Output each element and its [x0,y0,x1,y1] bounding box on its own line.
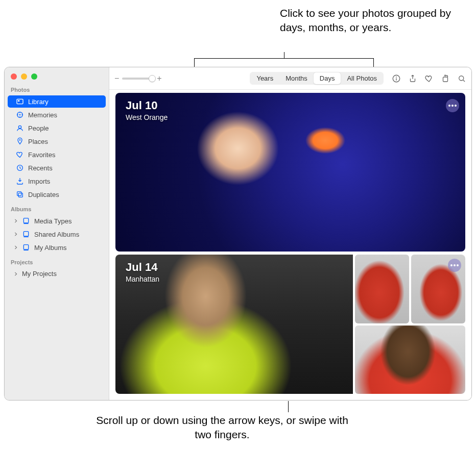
album-icon [22,230,30,238]
sidebar-item-people[interactable]: People [8,122,106,134]
sidebar-item-favorites[interactable]: Favorites [8,148,106,161]
more-button[interactable] [448,259,461,272]
sidebar-item-duplicates[interactable]: Duplicates [8,188,106,201]
photo-grid[interactable]: Jul 10 West Orange [109,90,471,400]
svg-rect-7 [17,192,21,196]
fullscreen-button[interactable] [31,73,37,80]
rotate-icon[interactable] [441,74,450,83]
svg-point-15 [459,76,464,80]
people-icon [16,124,24,132]
album-icon [22,243,30,252]
toolbar: − + Years Months Days All Photos [109,67,471,90]
callout-top: Click to see your photos grouped by days… [280,6,476,35]
sidebar-item-label: My Albums [34,244,101,252]
share-icon[interactable] [408,74,417,83]
sidebar-item-label: Media Types [34,217,101,225]
import-icon [16,177,24,185]
chevron-right-icon [14,245,18,249]
svg-point-13 [396,77,397,78]
library-icon [16,97,24,106]
window-controls [5,67,109,82]
sidebar-item-library[interactable]: Library [8,95,106,108]
zoom-out-icon[interactable]: − [114,74,119,83]
sidebar: Photos Library Memories People Places Fa… [5,67,109,400]
chevron-right-icon [14,272,18,276]
callout-connector [284,52,284,58]
segment-all-photos[interactable]: All Photos [341,72,383,84]
clock-icon [16,164,24,172]
day-label: Jul 14 Manhattan [126,261,159,283]
photo-thumbnail[interactable] [411,255,465,323]
section-title-photos: Photos [5,82,109,95]
album-icon [22,217,30,225]
sidebar-item-label: Favorites [28,151,101,159]
zoom-control[interactable]: − + [114,74,162,83]
minimize-button[interactable] [21,73,27,80]
zoom-in-icon[interactable]: + [157,74,161,83]
photo-thumbnail[interactable] [355,325,465,394]
sidebar-item-label: Imports [28,178,101,185]
sidebar-item-label: Recents [28,164,101,172]
sidebar-item-imports[interactable]: Imports [8,175,106,187]
more-button[interactable] [446,99,459,112]
svg-point-5 [19,139,21,141]
sidebar-item-label: Memories [28,111,101,119]
photo-thumbnail[interactable] [355,255,409,323]
photo-thumbnail[interactable] [115,93,465,252]
svg-point-3 [19,114,21,116]
sidebar-item-media-types[interactable]: Media Types [8,215,106,227]
view-segmented-control: Years Months Days All Photos [250,72,384,85]
section-title-albums: Albums [5,201,109,214]
sidebar-item-label: Places [28,138,101,145]
places-icon [16,137,24,145]
svg-rect-9 [23,218,28,223]
chevron-right-icon [14,219,18,223]
sidebar-item-label: Duplicates [28,191,101,198]
segment-months[interactable]: Months [279,72,314,84]
day-date: Jul 14 [126,261,159,274]
sidebar-item-memories[interactable]: Memories [8,109,106,121]
svg-point-4 [18,126,21,128]
chevron-right-icon [14,232,18,236]
heart-icon [16,151,24,159]
search-icon[interactable] [457,74,466,83]
svg-rect-0 [17,99,23,104]
callout-connector [288,401,289,412]
section-title-projects: Projects [5,254,109,267]
day-place: West Orange [126,113,168,121]
zoom-slider[interactable] [122,78,154,80]
day-group[interactable]: Jul 14 Manhattan [115,255,465,394]
sidebar-item-recents[interactable]: Recents [8,162,106,174]
svg-rect-11 [23,245,28,249]
callout-bottom: Scroll up or down using the arrow keys, … [94,413,350,442]
segment-days[interactable]: Days [314,72,341,84]
sidebar-item-places[interactable]: Places [8,135,106,147]
segment-years[interactable]: Years [250,72,279,84]
sidebar-item-label: People [28,124,101,132]
favorite-icon[interactable] [424,74,434,83]
sidebar-item-my-albums[interactable]: My Albums [8,241,106,254]
sidebar-item-my-projects[interactable]: My Projects [8,268,106,280]
duplicates-icon [16,190,24,198]
sidebar-item-label: Library [28,98,101,106]
close-button[interactable] [11,73,17,80]
toolbar-actions [392,74,466,83]
memories-icon [16,111,24,119]
app-window: Photos Library Memories People Places Fa… [4,67,472,400]
thumbnail-column [355,255,465,394]
day-group[interactable]: Jul 10 West Orange [115,93,465,252]
day-label: Jul 10 West Orange [126,99,168,121]
day-date: Jul 10 [126,99,168,112]
main-area: − + Years Months Days All Photos [109,67,471,400]
zoom-slider-knob[interactable] [149,75,156,82]
svg-rect-10 [23,232,28,236]
svg-rect-14 [443,77,448,82]
sidebar-item-shared-albums[interactable]: Shared Albums [8,228,106,240]
info-icon[interactable] [392,74,401,83]
day-place: Manhattan [126,275,159,283]
svg-rect-1 [18,100,19,102]
sidebar-item-label: Shared Albums [34,231,101,238]
sidebar-item-label: My Projects [22,270,101,278]
svg-rect-8 [18,193,22,197]
